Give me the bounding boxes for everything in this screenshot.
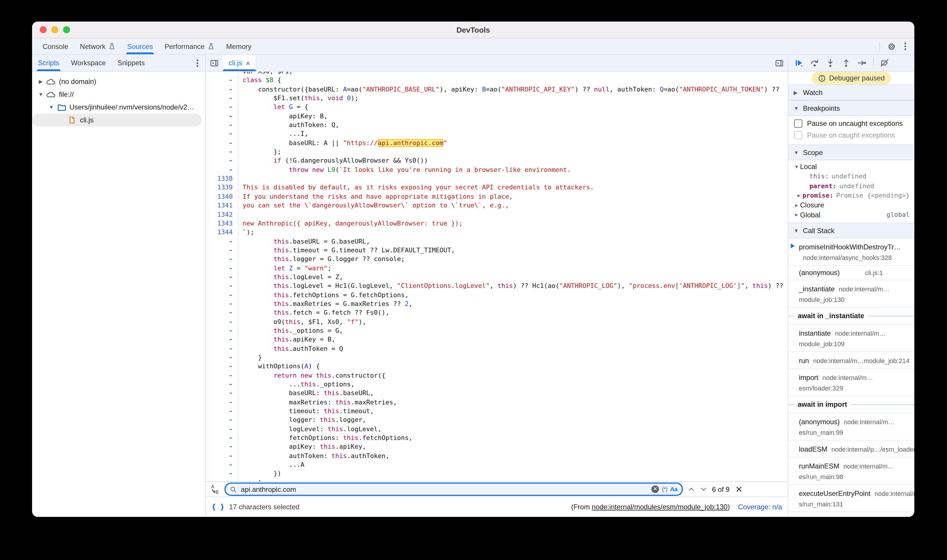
navigator-tab-scripts[interactable]: Scripts <box>32 55 65 71</box>
code-line[interactable]: - this.authToken = Q <box>206 344 788 353</box>
code-line[interactable]: - ...this._options, <box>206 380 788 389</box>
breakpoint-gutter-dash[interactable]: - <box>206 407 239 416</box>
disclosure-collapsed-icon[interactable]: ▶ <box>793 203 800 208</box>
scope-row-promise[interactable]: ▶promise:Promise {<pending>} <box>788 191 915 200</box>
disclosure-expanded-icon[interactable]: ▼ <box>47 104 56 110</box>
disclosure-expanded-icon[interactable]: ▼ <box>793 164 800 169</box>
deactivate-breakpoints-icon[interactable] <box>880 58 889 68</box>
editor-tab-cli-js[interactable]: cli.js × <box>223 55 257 71</box>
call-stack-frame[interactable]: promiseInitHookWithDestroyTr…node:intern… <box>788 238 915 266</box>
source-link[interactable]: node:internal/modules/esm/module_job:130 <box>592 503 728 511</box>
code-line[interactable]: - throw new L9(`It looks like you're run… <box>206 166 788 174</box>
tree-item[interactable]: ▼Users/jinhuilee/.nvm/versions/node/v2… <box>32 101 205 114</box>
tab-sources[interactable]: Sources <box>121 38 159 54</box>
tree-item[interactable]: cli.js <box>32 114 202 126</box>
breakpoint-gutter-dash[interactable]: - <box>206 255 239 264</box>
call-stack-frame[interactable]: (anonymous)node:internal/m…es/run_main:9… <box>788 413 915 440</box>
breakpoint-gutter-dash[interactable]: - <box>206 237 239 246</box>
breakpoint-gutter-dash[interactable]: - <box>206 139 239 148</box>
code-line[interactable]: - apiKey: B, <box>206 112 788 121</box>
code-line[interactable]: - let Z = "warn"; <box>206 264 788 273</box>
code-line[interactable]: -class $8 { <box>206 76 788 85</box>
call-stack-frame[interactable]: executeUserEntryPointnode:internal/m…s/r… <box>788 485 915 512</box>
close-find-bar-icon[interactable]: ✕ <box>735 485 743 494</box>
code-line[interactable]: - }; <box>206 148 788 157</box>
breakpoint-gutter-dash[interactable]: - <box>206 398 239 407</box>
breakpoint-gutter-dash[interactable]: - <box>206 344 239 353</box>
breakpoint-option[interactable]: Pause on uncaught exceptions <box>788 118 915 129</box>
disclosure-expanded-icon[interactable]: ▼ <box>37 91 45 97</box>
navigator-more-icon[interactable] <box>195 58 199 68</box>
code-line[interactable]: - logger: this.logger, <box>206 416 788 425</box>
code-line[interactable]: - constructor({baseURL: A=ao("ANTHROPIC_… <box>206 85 788 94</box>
disclosure-collapsed-icon[interactable]: ▶ <box>793 212 800 218</box>
code-line[interactable]: - this.timeout = G.timeout ?? Lw.DEFAULT… <box>206 246 788 255</box>
breakpoint-gutter-dash[interactable]: - <box>206 425 239 434</box>
breakpoint-gutter-dash[interactable]: - <box>206 326 239 335</box>
code-line[interactable]: - this.fetch = G.fetch ?? Fs0(), <box>206 309 788 318</box>
call-stack-frame[interactable]: importnode:internal/m…esm/loader:329 <box>788 369 915 396</box>
minimize-window-button[interactable] <box>51 26 58 33</box>
tab-network[interactable]: Network <box>74 38 121 54</box>
breakpoint-gutter-dash[interactable]: - <box>206 291 239 300</box>
code-line[interactable]: - } <box>206 478 788 482</box>
breakpoint-gutter-dash[interactable]: - <box>206 264 239 273</box>
breakpoint-gutter-dash[interactable]: - <box>206 94 239 103</box>
tab-memory[interactable]: Memory <box>221 38 258 54</box>
disclosure-collapsed-icon[interactable]: ▶ <box>795 193 802 198</box>
replace-toggle-icon[interactable]: AB <box>211 484 220 494</box>
code-line[interactable]: - this.apiKey = B, <box>206 335 788 345</box>
code-line[interactable]: var X50, $F1; <box>206 72 788 76</box>
zoom-window-button[interactable] <box>63 26 70 33</box>
code-line[interactable]: - this._options = G, <box>206 326 788 335</box>
breakpoint-gutter-dash[interactable]: - <box>206 76 239 85</box>
section-watch[interactable]: ▶Watch <box>788 85 915 100</box>
breakpoint-gutter-dash[interactable]: - <box>206 85 239 94</box>
close-window-button[interactable] <box>40 26 47 33</box>
breakpoint-gutter-dash[interactable]: - <box>206 469 239 478</box>
line-number[interactable]: 1343 <box>206 219 239 228</box>
next-match-icon[interactable] <box>700 485 707 493</box>
breakpoint-gutter-dash[interactable]: - <box>206 121 239 130</box>
disclosure-collapsed-icon[interactable]: ▶ <box>37 78 45 85</box>
line-number[interactable]: 1338 <box>206 174 239 183</box>
more-options-icon[interactable] <box>903 42 907 51</box>
code-line[interactable]: - o9(this, $F1, Xs0, "f"), <box>206 317 788 326</box>
line-number[interactable]: 1344 <box>206 228 239 237</box>
step-over-icon[interactable] <box>810 58 819 68</box>
code-line[interactable]: - if (!G.dangerouslyAllowBrowser && Ys0(… <box>206 157 788 166</box>
code-line[interactable]: 1344`); <box>206 228 788 237</box>
step-out-icon[interactable] <box>841 58 851 68</box>
code-line[interactable]: - logLevel: this.logLevel, <box>206 425 788 434</box>
breakpoint-gutter-dash[interactable]: - <box>206 434 239 443</box>
code-line[interactable]: 1341you can set the \`dangerouslyAllowBr… <box>206 201 788 210</box>
breakpoint-gutter-dash[interactable]: - <box>206 389 239 398</box>
line-number[interactable]: 1341 <box>206 201 239 210</box>
breakpoint-gutter-dash[interactable]: - <box>206 112 239 121</box>
code-line[interactable]: - }) <box>206 469 788 478</box>
code-line[interactable]: - ...A <box>206 460 788 469</box>
clear-search-icon[interactable]: ✕ <box>651 485 659 493</box>
scope-row-Global[interactable]: ▶Globalglobal <box>788 210 915 220</box>
code-line[interactable]: 1340If you understand the risks and have… <box>206 192 788 202</box>
checkbox[interactable] <box>794 120 802 128</box>
call-stack-frame[interactable]: instantiatenode:internal/m…module_job:10… <box>788 325 915 352</box>
breakpoint-gutter-dash[interactable]: - <box>206 380 239 389</box>
code-line[interactable]: - this.logLevel = Hc1(G.logLevel, "Clien… <box>206 282 788 291</box>
line-number[interactable]: 1339 <box>206 183 239 192</box>
scope-row-Local[interactable]: ▼Local <box>788 162 915 172</box>
toggle-debugger-panel-icon[interactable] <box>771 55 788 71</box>
tab-console[interactable]: Console <box>37 38 74 54</box>
breakpoint-gutter-dash[interactable]: - <box>206 478 239 482</box>
breakpoint-gutter-dash[interactable]: - <box>206 460 239 469</box>
code-line[interactable]: - baseURL: this.baseURL, <box>206 389 788 398</box>
breakpoint-gutter-dash[interactable]: - <box>206 335 239 345</box>
breakpoint-gutter-dash[interactable]: - <box>206 362 239 371</box>
breakpoint-gutter-dash[interactable]: - <box>206 300 239 309</box>
code-line[interactable]: 1339This is disabled by default, as it r… <box>206 183 788 192</box>
breakpoint-gutter-dash[interactable]: - <box>206 309 239 318</box>
code-line[interactable]: - baseURL: A || "https://api.anthropic.c… <box>206 139 788 148</box>
code-line[interactable]: - ...I, <box>206 130 788 139</box>
regex-toggle[interactable]: (*) <box>662 486 667 492</box>
code-line[interactable]: - let G = { <box>206 103 788 112</box>
